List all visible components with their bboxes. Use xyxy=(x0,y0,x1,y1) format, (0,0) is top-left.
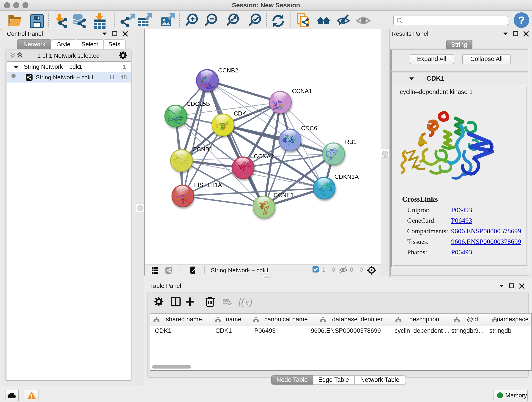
svg-text:0 – 0: 0 – 0 xyxy=(350,266,363,273)
svg-text:HIST1H1A: HIST1H1A xyxy=(193,181,222,188)
svg-text:CDC25B: CDC25B xyxy=(186,100,210,107)
svg-text:CCNA1: CCNA1 xyxy=(292,87,312,94)
svg-text:CCNA2: CCNA2 xyxy=(254,153,274,160)
svg-text:CDKN1A: CDKN1A xyxy=(335,173,359,180)
svg-text:CDC6: CDC6 xyxy=(301,124,317,131)
svg-text:1 – 0: 1 – 0 xyxy=(322,266,335,273)
svg-text:CCNE1: CCNE1 xyxy=(273,191,294,198)
svg-text:f(x): f(x) xyxy=(238,296,252,307)
svg-text:RB1: RB1 xyxy=(345,138,357,145)
svg-text:CCNB1: CCNB1 xyxy=(192,146,213,153)
svg-text:CCNB2: CCNB2 xyxy=(218,67,238,74)
svg-text:CDK1: CDK1 xyxy=(234,110,249,117)
